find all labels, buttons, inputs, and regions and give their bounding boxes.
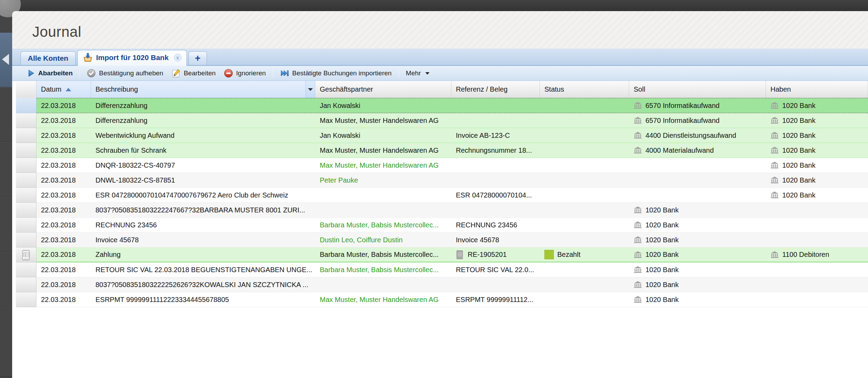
row-cells: 22.03.2018ZahlungBarbara Muster, Babsis … [36, 247, 868, 262]
journal-row[interactable]: 22.03.20188037?0508351803222252626?32KOW… [16, 277, 868, 292]
cell-soll: 1020 Bank [629, 277, 766, 292]
row-gutter-cell[interactable] [16, 173, 36, 188]
journal-row[interactable]: 22.03.2018DifferenzzahlungJan Kowalski65… [16, 98, 868, 113]
bank-icon [770, 191, 779, 199]
partner-link[interactable]: Peter Pauke [320, 176, 358, 184]
column-header-datum[interactable]: Datum [36, 81, 91, 98]
bearbeiten-button[interactable]: Bearbeiten [167, 67, 220, 79]
journal-row[interactable]: 22.03.2018RECHNUNG 23456Barbara Muster, … [16, 218, 868, 233]
soll-account: 1020 Bank [645, 221, 679, 229]
row-gutter-cell[interactable] [16, 292, 36, 307]
tab-alle-konten[interactable]: Alle Konten [20, 51, 76, 65]
cell-status [540, 98, 629, 113]
status-label: Bezahlt [557, 251, 581, 259]
column-menu-trigger[interactable] [306, 81, 315, 98]
journal-row[interactable]: 22.03.20188037?0508351803222247667?32BAR… [16, 203, 868, 218]
row-gutter-cell[interactable] [16, 188, 36, 203]
receipt-icon [22, 250, 31, 261]
haben-account: 1020 Bank [782, 146, 816, 154]
cell-beschreibung: RETOUR SIC VAL 22.03.2018 BEGUENSTIGTENA… [91, 262, 315, 277]
datum-value: 22.03.2018 [41, 161, 76, 169]
haben-account: 1020 Bank [782, 176, 816, 184]
tab-label: Import für 1020 Bank [96, 53, 169, 62]
row-gutter-cell[interactable] [16, 218, 36, 233]
cell-beschreibung: ESRPMT 999999111122233344455678805 [91, 292, 315, 307]
column-header-partner[interactable]: Geschäftspartner [315, 81, 451, 98]
journal-row[interactable]: 22.03.2018ESR 04728000070104747000767967… [16, 188, 868, 203]
sidebar-segment [0, 306, 12, 377]
soll-account: 4400 Dienstleistungsaufwand [645, 132, 736, 140]
column-header-label: Datum [41, 85, 61, 93]
column-header-haben[interactable]: Haben [766, 81, 868, 98]
mehr-button[interactable]: Mehr [402, 68, 434, 78]
column-header-label: Haben [770, 85, 791, 93]
row-cells: 22.03.2018ESRPMT 99999911112223334445567… [36, 292, 868, 307]
bestaetigte-buchungen-importieren-button[interactable]: Bestätigte Buchungen importieren [276, 67, 396, 79]
cell-referenz: ESRPMT 99999911112... [451, 292, 540, 307]
cell-soll: 1020 Bank [629, 292, 766, 307]
row-gutter-cell[interactable] [16, 143, 36, 158]
journal-row[interactable]: 22.03.2018Schrauben für SchrankMax Muste… [16, 143, 868, 158]
partner-link[interactable]: Dustin Leo, Coiffure Dustin [320, 236, 403, 244]
row-gutter-cell[interactable] [16, 98, 36, 113]
tab-bar: Alle Konten Import für 1020 Bank x + [12, 49, 868, 66]
partner-link: Jan Kowalski [320, 102, 360, 110]
tab-import-1020-bank[interactable]: Import für 1020 Bank x [77, 50, 187, 66]
cell-partner [315, 277, 451, 292]
column-header-beschreibung[interactable]: Beschreibung [91, 81, 315, 98]
datum-value: 22.03.2018 [41, 191, 76, 199]
column-header-referenz[interactable]: Referenz / Beleg [451, 81, 540, 98]
bank-icon [634, 131, 642, 140]
cell-soll: 1020 Bank [629, 233, 766, 247]
toolbar-button-label: Ignorieren [236, 69, 266, 77]
journal-row[interactable]: 22.03.2018DNQR-180322-CS-40797Max Muster… [16, 158, 868, 173]
beschreibung-value: Schrauben für Schrank [95, 146, 167, 154]
row-gutter-cell[interactable] [16, 262, 36, 277]
journal-row[interactable]: 22.03.2018Invoice 45678Dustin Leo, Coiff… [16, 233, 868, 247]
bank-icon [770, 176, 779, 184]
ignore-circle-icon [224, 69, 233, 78]
row-gutter-cell[interactable] [16, 128, 36, 143]
row-gutter-cell[interactable] [16, 113, 36, 128]
journal-row[interactable]: 22.03.2018RETOUR SIC VAL 22.03.2018 BEGU… [16, 262, 868, 277]
cell-beschreibung: Zahlung [91, 247, 315, 262]
column-header-soll[interactable]: Soll [629, 81, 766, 98]
new-tab-button[interactable]: + [189, 51, 207, 65]
panel-header: Journal [12, 11, 868, 49]
haben-account: 1020 Bank [782, 191, 816, 199]
row-gutter-cell[interactable] [16, 247, 36, 262]
top-bar [0, 0, 868, 11]
partner-link[interactable]: Max Muster, Muster Handelswaren AG [320, 296, 439, 304]
cell-soll [629, 158, 766, 173]
close-tab-icon[interactable]: x [174, 54, 182, 61]
journal-row[interactable]: 22.03.2018ZahlungBarbara Muster, Babsis … [16, 247, 868, 262]
row-gutter-cell[interactable] [16, 158, 36, 173]
column-header-status[interactable]: Status [540, 81, 629, 98]
journal-row[interactable]: 22.03.2018Webentwicklung AufwandJan Kowa… [16, 128, 868, 143]
cell-haben: 1100 Debitoren [766, 247, 868, 262]
cell-datum: 22.03.2018 [36, 218, 91, 232]
row-gutter-cell[interactable] [16, 277, 36, 292]
partner-link[interactable]: Max Muster, Muster Handelswaren AG [320, 161, 439, 169]
row-gutter-cell[interactable] [16, 203, 36, 218]
row-cells: 22.03.2018DNQR-180322-CS-40797Max Muster… [36, 158, 868, 173]
cell-beschreibung: DNWL-180322-CS-87851 [91, 173, 315, 187]
ignorieren-button[interactable]: Ignorieren [220, 67, 270, 79]
sidebar-expand-strip[interactable] [0, 33, 12, 87]
beschreibung-value: Invoice 45678 [95, 236, 139, 244]
cell-referenz [451, 98, 540, 113]
cell-referenz [451, 277, 540, 292]
partner-link[interactable]: Barbara Muster, Babsis Mustercollec... [320, 266, 439, 274]
cell-referenz: Invoice 45678 [451, 233, 540, 247]
journal-row[interactable]: 22.03.2018ESRPMT 99999911112223334445567… [16, 292, 868, 307]
soll-account: 1020 Bank [645, 251, 679, 259]
row-gutter-cell[interactable] [16, 233, 36, 247]
cell-datum: 22.03.2018 [36, 247, 91, 262]
journal-row[interactable]: 22.03.2018DifferenzzahlungMax Muster, Mu… [16, 113, 868, 128]
cell-referenz [451, 113, 540, 128]
abarbeiten-button[interactable]: Abarbeiten [23, 68, 77, 79]
cell-datum: 22.03.2018 [36, 143, 91, 158]
bestaetigung-aufheben-button[interactable]: Bestätigung aufheben [83, 67, 167, 79]
journal-row[interactable]: 22.03.2018DNWL-180322-CS-87851Peter Pauk… [16, 173, 868, 188]
partner-link[interactable]: Barbara Muster, Babsis Mustercollec... [320, 221, 439, 229]
